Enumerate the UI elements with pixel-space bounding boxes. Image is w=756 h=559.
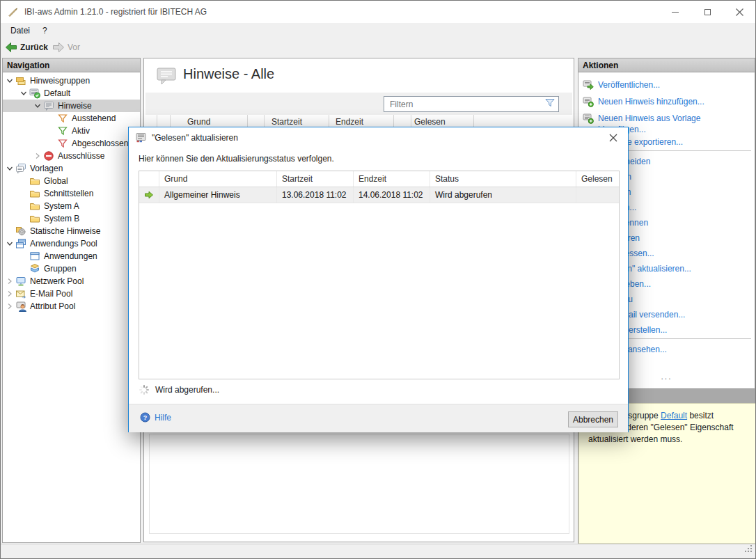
- sidebar-item-global[interactable]: Global: [3, 175, 140, 187]
- sidebar-item-default[interactable]: Default: [3, 87, 140, 100]
- dialog-message: Hier können Sie den Aktualisierungsstatu…: [139, 154, 334, 164]
- navigation-panel: Navigation Hinweisgruppen Default Hinwei…: [2, 58, 141, 543]
- window-title: IBI-aws Admin 1.21.0 - registriert für I…: [24, 7, 207, 17]
- dialog-title-bar: "Gelesen" aktualisieren: [129, 127, 628, 148]
- notice-update-icon: [136, 132, 147, 143]
- action-neuen-hinweis[interactable]: Neuen Hinweis hinzufügen...: [583, 96, 752, 107]
- sidebar-item-hinweisgruppen[interactable]: Hinweisgruppen: [3, 74, 140, 87]
- chevron-right-icon[interactable]: [4, 278, 15, 285]
- close-icon: [736, 8, 743, 16]
- network-pool-icon: [15, 276, 26, 287]
- sidebar-item-anwendungs-pool[interactable]: Anwendungs Pool: [3, 237, 140, 250]
- row-status-cell: [139, 187, 159, 203]
- app-icon: [8, 6, 19, 17]
- sidebar-item-system-a[interactable]: System A: [3, 200, 140, 212]
- sidebar-item-statische-hinweise[interactable]: Statische Hinweise: [3, 225, 140, 237]
- sidebar-item-vorlagen[interactable]: Vorlagen: [3, 162, 140, 175]
- sidebar-item-ausstehend[interactable]: Ausstehend: [3, 112, 140, 125]
- funnel-orange-icon: [57, 113, 68, 124]
- chevron-down-icon[interactable]: [4, 165, 15, 172]
- chevron-right-icon[interactable]: [4, 290, 15, 297]
- maximize-button[interactable]: [691, 1, 723, 23]
- default-link[interactable]: Default: [661, 411, 687, 420]
- sidebar-item-anwendungen[interactable]: Anwendungen: [3, 250, 140, 262]
- filter-funnel-icon[interactable]: [545, 98, 555, 111]
- close-window-button[interactable]: [723, 1, 755, 23]
- sidebar-item-aktiv[interactable]: Aktiv: [3, 125, 140, 137]
- funnel-green-icon: [57, 125, 68, 136]
- sidebar-item-system-b[interactable]: System B: [3, 212, 140, 225]
- action-veroeffentlichen[interactable]: Veröffentlichen...: [583, 79, 752, 90]
- dialog-table: Grund Startzeit Endzeit Status Gelesen A…: [139, 171, 620, 379]
- templates-icon: [15, 163, 26, 174]
- details-pane: [149, 434, 569, 534]
- sidebar-item-abgeschlossen[interactable]: Abgeschlossen: [3, 137, 140, 150]
- chevron-right-icon[interactable]: [4, 303, 15, 310]
- menu-help[interactable]: ?: [36, 26, 54, 36]
- status-bar: [1, 544, 755, 558]
- spinner-icon: [139, 384, 150, 395]
- folder-icon: [29, 188, 40, 199]
- notice-icon: [43, 100, 54, 111]
- minimize-button[interactable]: [659, 1, 691, 23]
- dialog-col-grund[interactable]: Grund: [159, 171, 277, 187]
- toolbar: Zurück Vor: [1, 38, 755, 56]
- exclusion-icon: [43, 150, 54, 162]
- actions-header: Aktionen: [578, 58, 755, 72]
- sidebar-item-gruppen[interactable]: Gruppen: [3, 262, 140, 275]
- row-startzeit: 13.06.2018 11:02: [277, 187, 354, 203]
- filter-input[interactable]: [384, 100, 545, 109]
- application-icon: [29, 251, 40, 262]
- dialog-col-status[interactable]: Status: [430, 171, 576, 187]
- chevron-down-icon[interactable]: [18, 90, 29, 97]
- sidebar-item-hinweise[interactable]: Hinweise: [3, 100, 140, 112]
- dialog-col-icon[interactable]: [139, 171, 159, 187]
- back-arrow-icon: [5, 42, 17, 53]
- table-row[interactable]: Allgemeiner Hinweis 13.06.2018 11:02 14.…: [139, 187, 619, 203]
- app-pool-icon: [15, 238, 26, 249]
- help-icon: ?: [140, 412, 150, 423]
- groups-icon: [29, 263, 40, 274]
- menu-datei[interactable]: Datei: [4, 26, 36, 36]
- help-link[interactable]: ? Hilfe: [140, 412, 171, 423]
- back-button[interactable]: Zurück: [5, 42, 48, 53]
- row-status: Wird abgerufen: [430, 187, 576, 203]
- forward-button[interactable]: Vor: [52, 42, 80, 53]
- chevron-down-icon[interactable]: [4, 77, 15, 84]
- filter-box: [384, 96, 559, 112]
- publish-icon: [583, 79, 594, 90]
- sidebar-item-attribut-pool[interactable]: Attribut Pool: [3, 300, 140, 313]
- dialog-close-button[interactable]: [604, 130, 622, 145]
- resize-grip[interactable]: [743, 544, 753, 556]
- menu-bar: Datei ?: [1, 23, 755, 38]
- navigation-header: Navigation: [3, 58, 140, 72]
- email-pool-icon: [15, 288, 26, 299]
- sidebar-item-netzwerk-pool[interactable]: Netzwerk Pool: [3, 275, 140, 288]
- dialog-table-header: Grund Startzeit Endzeit Status Gelesen: [139, 171, 619, 187]
- chevron-right-icon[interactable]: [32, 152, 43, 159]
- chevron-down-icon[interactable]: [32, 102, 43, 109]
- sidebar-item-schnittstellen[interactable]: Schnittstellen: [3, 187, 140, 200]
- minimize-icon: [672, 12, 679, 13]
- static-notices-icon: [15, 226, 26, 237]
- page-title: Hinweise - Alle: [183, 66, 274, 82]
- maximize-icon: [704, 9, 711, 15]
- sidebar-item-ausschluesse[interactable]: Ausschlüsse: [3, 150, 140, 162]
- folder-icon: [29, 213, 40, 224]
- row-gelesen: [576, 187, 619, 203]
- dialog-status-text: Wird abgerufen...: [155, 385, 219, 395]
- svg-text:?: ?: [143, 414, 148, 421]
- main-header: Hinweise - Alle: [144, 58, 574, 93]
- dialog-col-endzeit[interactable]: Endzeit: [354, 171, 430, 187]
- sidebar-item-email-pool[interactable]: E-Mail Pool: [3, 288, 140, 300]
- notice-config-icon: [29, 88, 40, 99]
- dialog-col-gelesen[interactable]: Gelesen: [576, 171, 619, 187]
- forward-arrow-icon: [52, 42, 65, 53]
- app-window: IBI-aws Admin 1.21.0 - registriert für I…: [0, 0, 756, 559]
- folder-icon: [29, 175, 40, 187]
- gelesen-aktualisieren-dialog: "Gelesen" aktualisieren Hier können Sie …: [128, 127, 629, 432]
- dialog-col-startzeit[interactable]: Startzeit: [277, 171, 354, 187]
- cancel-button[interactable]: Abbrechen: [568, 411, 618, 427]
- filter-bar: [145, 93, 572, 115]
- chevron-down-icon[interactable]: [4, 240, 15, 247]
